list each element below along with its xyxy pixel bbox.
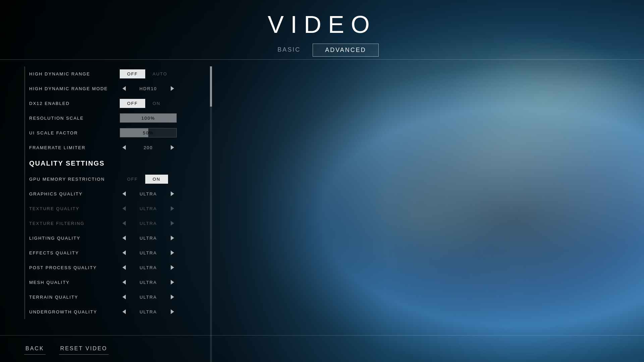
value-terrain-quality: ULTRA xyxy=(135,295,162,300)
arrow-left-mesh[interactable] xyxy=(120,279,128,286)
label-gpu-memory: GPU MEMORY RESTRICTION xyxy=(29,177,120,182)
value-undergrowth-quality: ULTRA xyxy=(135,309,162,314)
tri-left-txf xyxy=(122,221,126,226)
main-content: VIDEO BASIC ADVANCED HIGH DYNAMIC RANGE … xyxy=(0,0,644,362)
tab-advanced[interactable]: ADVANCED xyxy=(313,44,379,57)
arrow-left-texture-filtering[interactable] xyxy=(120,220,128,227)
tab-basic[interactable]: BASIC xyxy=(265,44,313,57)
toggle-off-high-dynamic-range[interactable]: OFF xyxy=(120,69,145,78)
control-high-dynamic-range: OFF AUTO xyxy=(120,69,175,78)
arrow-right-graphics[interactable] xyxy=(168,190,177,197)
label-terrain-quality: TERRAIN QUALITY xyxy=(29,295,120,300)
row-effects-quality: EFFECTS QUALITY ULTRA xyxy=(24,245,212,260)
control-graphics-quality: ULTRA xyxy=(120,190,177,197)
arrow-left-hdr-mode[interactable] xyxy=(120,85,128,92)
tri-right-pp xyxy=(171,265,174,270)
label-quality-settings: QUALITY SETTINGS xyxy=(29,160,212,167)
value-hdr-mode: HDR10 xyxy=(135,86,162,91)
control-resolution-scale: 100% xyxy=(120,113,177,123)
tri-right-txq xyxy=(171,206,174,211)
tri-left-txq xyxy=(122,206,126,211)
tri-left-eq xyxy=(122,250,126,255)
arrow-right-undergrowth[interactable] xyxy=(168,308,177,315)
label-post-process: POST PROCESS QUALITY xyxy=(29,265,120,270)
value-texture-filtering: ULTRA xyxy=(135,221,162,226)
control-effects-quality: ULTRA xyxy=(120,249,177,256)
row-high-dynamic-range: HIGH DYNAMIC RANGE OFF AUTO xyxy=(24,66,212,81)
row-texture-quality: TEXTURE QUALITY ULTRA xyxy=(24,201,212,216)
arrow-left-undergrowth[interactable] xyxy=(120,308,128,315)
value-effects-quality: ULTRA xyxy=(135,250,162,255)
tri-left-mq xyxy=(122,280,126,285)
label-ui-scale-factor: UI SCALE FACTOR xyxy=(29,130,120,135)
arrow-left-framerate[interactable] xyxy=(120,144,128,151)
control-texture-quality: ULTRA xyxy=(120,205,177,212)
tri-right-mq xyxy=(171,280,174,285)
row-undergrowth-quality: UNDERGROWTH QUALITY ULTRA xyxy=(24,304,212,319)
row-hdr-mode: HIGH DYNAMIC RANGE MODE HDR10 xyxy=(24,81,212,96)
arrow-right-post-process[interactable] xyxy=(168,264,177,271)
tab-bar: BASIC ADVANCED xyxy=(265,44,379,57)
toggle-on-gpu-memory[interactable]: ON xyxy=(145,175,168,184)
row-texture-filtering: TEXTURE FILTERING ULTRA xyxy=(24,216,212,231)
arrow-right-texture-quality[interactable] xyxy=(168,205,177,212)
scrollbar[interactable] xyxy=(210,66,212,362)
arrow-right-framerate[interactable] xyxy=(168,144,177,151)
label-resolution-scale: RESOLUTION SCALE xyxy=(29,116,120,121)
label-lighting-quality: LIGHTING QUALITY xyxy=(29,236,120,241)
row-quality-settings-header: QUALITY SETTINGS xyxy=(24,155,212,172)
arrow-right-hdr-mode[interactable] xyxy=(168,85,177,92)
arrow-right-terrain[interactable] xyxy=(168,293,177,301)
toggle-off-gpu-memory[interactable]: OFF xyxy=(120,175,145,184)
value-lighting-quality: ULTRA xyxy=(135,236,162,241)
bottom-bar: BACK RESET VIDEO xyxy=(0,335,644,362)
toggle-high-dynamic-range: OFF AUTO xyxy=(120,69,175,78)
settings-list: HIGH DYNAMIC RANGE OFF AUTO HIGH DYNAMIC… xyxy=(24,66,212,319)
label-texture-quality: TEXTURE QUALITY xyxy=(29,206,120,211)
toggle-off-dx12[interactable]: OFF xyxy=(120,99,145,108)
tri-right-eq xyxy=(171,250,174,255)
back-button[interactable]: BACK xyxy=(24,343,46,355)
scroll-thumb xyxy=(210,66,212,107)
tri-left-gfx xyxy=(122,191,126,196)
arrow-left-effects[interactable] xyxy=(120,249,128,256)
label-mesh-quality: MESH QUALITY xyxy=(29,280,120,285)
label-dx12-enabled: DX12 ENABLED xyxy=(29,101,120,106)
triangle-right-icon xyxy=(171,86,174,91)
row-dx12-enabled: DX12 ENABLED OFF ON xyxy=(24,96,212,111)
value-texture-quality: ULTRA xyxy=(135,206,162,211)
triangle-left-icon xyxy=(122,86,126,91)
reset-video-button[interactable]: RESET VIDEO xyxy=(59,343,109,355)
toggle-on-dx12[interactable]: ON xyxy=(145,99,168,108)
slider-fill-resolution: 100% xyxy=(120,114,176,122)
toggle-gpu-memory: OFF ON xyxy=(120,175,168,184)
label-high-dynamic-range: HIGH DYNAMIC RANGE xyxy=(29,71,120,76)
arrow-right-effects[interactable] xyxy=(168,249,177,256)
arrow-right-lighting[interactable] xyxy=(168,234,177,242)
control-gpu-memory: OFF ON xyxy=(120,175,168,184)
label-effects-quality: EFFECTS QUALITY xyxy=(29,250,120,255)
slider-resolution-scale[interactable]: 100% xyxy=(120,113,177,123)
tri-left-tq xyxy=(122,295,126,299)
tri-right-lq xyxy=(171,236,174,240)
tri-right-txf xyxy=(171,221,174,226)
row-lighting-quality: LIGHTING QUALITY ULTRA xyxy=(24,231,212,245)
arrow-left-terrain[interactable] xyxy=(120,293,128,301)
arrow-left-graphics[interactable] xyxy=(120,190,128,197)
toggle-auto-high-dynamic-range[interactable]: AUTO xyxy=(145,69,175,78)
arrow-right-texture-filtering[interactable] xyxy=(168,220,177,227)
slider-value-ui-scale: 50% xyxy=(120,128,176,137)
arrow-left-lighting[interactable] xyxy=(120,234,128,242)
row-graphics-quality: GRAPHICS QUALITY ULTRA xyxy=(24,186,212,201)
tri-right-uq xyxy=(171,309,174,314)
control-undergrowth-quality: ULTRA xyxy=(120,308,177,315)
arrow-left-texture-quality[interactable] xyxy=(120,205,128,212)
arrow-right-mesh[interactable] xyxy=(168,279,177,286)
tri-left-pp xyxy=(122,265,126,270)
tri-right-gfx xyxy=(171,191,174,196)
tri-left-lq xyxy=(122,236,126,240)
arrow-left-post-process[interactable] xyxy=(120,264,128,271)
settings-panel: HIGH DYNAMIC RANGE OFF AUTO HIGH DYNAMIC… xyxy=(24,66,212,362)
row-gpu-memory: GPU MEMORY RESTRICTION OFF ON xyxy=(24,172,212,186)
slider-ui-scale[interactable]: 50% xyxy=(120,128,177,137)
